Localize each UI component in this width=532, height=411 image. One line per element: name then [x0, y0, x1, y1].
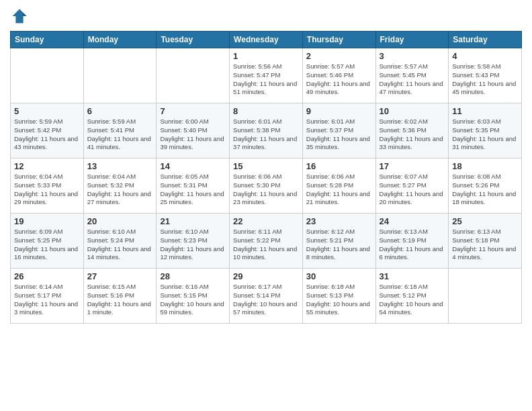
calendar-week-5: 26Sunrise: 6:14 AM Sunset: 5:17 PM Dayli… [11, 269, 522, 324]
day-info: Sunrise: 6:13 AM Sunset: 5:19 PM Dayligh… [380, 228, 445, 262]
calendar-week-1: 1Sunrise: 5:56 AM Sunset: 5:47 PM Daylig… [11, 48, 522, 103]
day-info: Sunrise: 6:13 AM Sunset: 5:18 PM Dayligh… [452, 228, 518, 262]
day-number: 10 [380, 106, 445, 116]
day-number: 5 [14, 106, 80, 116]
day-info: Sunrise: 6:08 AM Sunset: 5:26 PM Dayligh… [452, 173, 518, 207]
calendar-week-2: 5Sunrise: 5:59 AM Sunset: 5:42 PM Daylig… [11, 103, 522, 158]
day-info: Sunrise: 6:12 AM Sunset: 5:21 PM Dayligh… [306, 228, 372, 262]
day-number: 23 [306, 216, 372, 226]
calendar-cell: 29Sunrise: 6:17 AM Sunset: 5:14 PM Dayli… [230, 269, 303, 324]
calendar-cell [157, 48, 230, 103]
day-number: 19 [14, 216, 80, 226]
day-number: 12 [14, 161, 80, 171]
calendar-cell: 23Sunrise: 6:12 AM Sunset: 5:21 PM Dayli… [302, 214, 375, 269]
day-number: 16 [306, 161, 372, 171]
day-number: 28 [160, 271, 226, 281]
day-number: 1 [233, 51, 299, 61]
day-info: Sunrise: 6:04 AM Sunset: 5:33 PM Dayligh… [14, 173, 80, 207]
weekday-header-sunday: Sunday [11, 32, 84, 48]
calendar-cell: 16Sunrise: 6:06 AM Sunset: 5:28 PM Dayli… [302, 158, 375, 214]
day-number: 17 [380, 161, 445, 171]
calendar-cell: 4Sunrise: 5:58 AM Sunset: 5:43 PM Daylig… [449, 48, 522, 103]
calendar-cell: 27Sunrise: 6:15 AM Sunset: 5:16 PM Dayli… [83, 269, 157, 324]
day-info: Sunrise: 6:04 AM Sunset: 5:32 PM Dayligh… [87, 173, 153, 207]
day-info: Sunrise: 6:16 AM Sunset: 5:15 PM Dayligh… [160, 283, 226, 317]
calendar-cell: 1Sunrise: 5:56 AM Sunset: 5:47 PM Daylig… [230, 48, 303, 103]
day-number: 24 [380, 216, 445, 226]
calendar-cell: 2Sunrise: 5:57 AM Sunset: 5:46 PM Daylig… [302, 48, 375, 103]
day-number: 20 [87, 216, 153, 226]
logo [10, 7, 30, 26]
day-info: Sunrise: 6:06 AM Sunset: 5:30 PM Dayligh… [233, 173, 299, 207]
page: SundayMondayTuesdayWednesdayThursdayFrid… [0, 0, 532, 411]
day-number: 2 [306, 51, 372, 61]
day-number: 21 [160, 216, 226, 226]
calendar-cell: 21Sunrise: 6:10 AM Sunset: 5:23 PM Dayli… [157, 214, 230, 269]
calendar-cell [449, 269, 522, 324]
day-info: Sunrise: 6:01 AM Sunset: 5:38 PM Dayligh… [233, 118, 299, 152]
day-number: 18 [452, 161, 518, 171]
day-info: Sunrise: 5:59 AM Sunset: 5:41 PM Dayligh… [87, 118, 153, 152]
weekday-header-saturday: Saturday [449, 32, 522, 48]
day-info: Sunrise: 6:15 AM Sunset: 5:16 PM Dayligh… [87, 283, 153, 317]
day-info: Sunrise: 6:10 AM Sunset: 5:24 PM Dayligh… [87, 228, 153, 262]
day-info: Sunrise: 6:00 AM Sunset: 5:40 PM Dayligh… [160, 118, 226, 152]
day-info: Sunrise: 6:06 AM Sunset: 5:28 PM Dayligh… [306, 173, 372, 207]
calendar-cell [83, 48, 157, 103]
day-info: Sunrise: 6:02 AM Sunset: 5:36 PM Dayligh… [380, 118, 445, 152]
day-number: 30 [306, 271, 372, 281]
day-info: Sunrise: 6:18 AM Sunset: 5:13 PM Dayligh… [306, 283, 372, 317]
header [10, 7, 522, 26]
calendar-cell: 19Sunrise: 6:09 AM Sunset: 5:25 PM Dayli… [11, 214, 84, 269]
day-info: Sunrise: 6:14 AM Sunset: 5:17 PM Dayligh… [14, 283, 80, 317]
day-info: Sunrise: 6:09 AM Sunset: 5:25 PM Dayligh… [14, 228, 80, 262]
day-number: 25 [452, 216, 518, 226]
calendar-cell: 5Sunrise: 5:59 AM Sunset: 5:42 PM Daylig… [11, 103, 84, 158]
day-number: 9 [306, 106, 372, 116]
day-info: Sunrise: 5:56 AM Sunset: 5:47 PM Dayligh… [233, 62, 299, 97]
calendar-cell: 15Sunrise: 6:06 AM Sunset: 5:30 PM Dayli… [230, 158, 303, 214]
calendar-cell: 9Sunrise: 6:01 AM Sunset: 5:37 PM Daylig… [302, 103, 375, 158]
day-info: Sunrise: 5:58 AM Sunset: 5:43 PM Dayligh… [452, 62, 518, 97]
day-number: 26 [14, 271, 80, 281]
day-info: Sunrise: 5:57 AM Sunset: 5:45 PM Dayligh… [380, 62, 445, 97]
calendar-week-3: 12Sunrise: 6:04 AM Sunset: 5:33 PM Dayli… [11, 158, 522, 214]
day-number: 15 [233, 161, 299, 171]
calendar: SundayMondayTuesdayWednesdayThursdayFrid… [10, 31, 522, 324]
day-info: Sunrise: 6:01 AM Sunset: 5:37 PM Dayligh… [306, 118, 372, 152]
day-number: 3 [380, 51, 445, 61]
calendar-cell: 22Sunrise: 6:11 AM Sunset: 5:22 PM Dayli… [230, 214, 303, 269]
day-number: 8 [233, 106, 299, 116]
calendar-cell: 14Sunrise: 6:05 AM Sunset: 5:31 PM Dayli… [157, 158, 230, 214]
calendar-cell: 26Sunrise: 6:14 AM Sunset: 5:17 PM Dayli… [11, 269, 84, 324]
weekday-header-thursday: Thursday [302, 32, 375, 48]
calendar-cell: 8Sunrise: 6:01 AM Sunset: 5:38 PM Daylig… [230, 103, 303, 158]
calendar-cell: 7Sunrise: 6:00 AM Sunset: 5:40 PM Daylig… [157, 103, 230, 158]
calendar-cell: 12Sunrise: 6:04 AM Sunset: 5:33 PM Dayli… [11, 158, 84, 214]
day-number: 22 [233, 216, 299, 226]
calendar-cell: 11Sunrise: 6:03 AM Sunset: 5:35 PM Dayli… [449, 103, 522, 158]
calendar-cell: 30Sunrise: 6:18 AM Sunset: 5:13 PM Dayli… [302, 269, 375, 324]
day-number: 29 [233, 271, 299, 281]
day-info: Sunrise: 5:59 AM Sunset: 5:42 PM Dayligh… [14, 118, 80, 152]
day-number: 27 [87, 271, 153, 281]
day-number: 6 [87, 106, 153, 116]
day-number: 14 [160, 161, 226, 171]
day-number: 31 [380, 271, 445, 281]
day-number: 13 [87, 161, 153, 171]
day-info: Sunrise: 6:03 AM Sunset: 5:35 PM Dayligh… [452, 118, 518, 152]
calendar-cell [11, 48, 84, 103]
day-info: Sunrise: 6:18 AM Sunset: 5:12 PM Dayligh… [380, 283, 445, 317]
calendar-cell: 25Sunrise: 6:13 AM Sunset: 5:18 PM Dayli… [449, 214, 522, 269]
weekday-header-wednesday: Wednesday [230, 32, 303, 48]
logo-icon [10, 7, 29, 26]
day-info: Sunrise: 6:07 AM Sunset: 5:27 PM Dayligh… [380, 173, 445, 207]
day-info: Sunrise: 6:11 AM Sunset: 5:22 PM Dayligh… [233, 228, 299, 262]
calendar-cell: 3Sunrise: 5:57 AM Sunset: 5:45 PM Daylig… [375, 48, 449, 103]
calendar-header-row: SundayMondayTuesdayWednesdayThursdayFrid… [11, 32, 522, 48]
calendar-cell: 31Sunrise: 6:18 AM Sunset: 5:12 PM Dayli… [375, 269, 449, 324]
day-info: Sunrise: 5:57 AM Sunset: 5:46 PM Dayligh… [306, 62, 372, 97]
weekday-header-monday: Monday [83, 32, 157, 48]
calendar-cell: 17Sunrise: 6:07 AM Sunset: 5:27 PM Dayli… [375, 158, 449, 214]
calendar-cell: 10Sunrise: 6:02 AM Sunset: 5:36 PM Dayli… [375, 103, 449, 158]
